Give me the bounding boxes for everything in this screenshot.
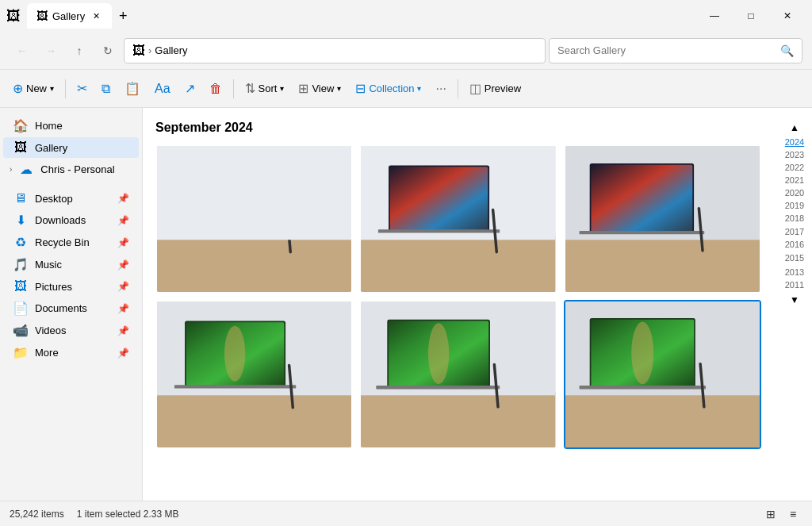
share-icon: ↗	[185, 81, 195, 96]
sidebar-downloads-label: Downloads	[35, 214, 86, 226]
view-button[interactable]: ⊞ View ▾	[292, 76, 347, 102]
photo-thumb-4	[157, 301, 351, 447]
copy-button[interactable]: ⧉	[95, 76, 117, 102]
documents-pin-icon: 📌	[117, 303, 129, 314]
sidebar-item-desktop[interactable]: 🖥 Desktop 📌	[3, 188, 139, 209]
downloads-pin-icon: 📌	[117, 215, 129, 226]
music-pin-icon: 📌	[117, 259, 129, 271]
maximize-button[interactable]: □	[733, 0, 769, 32]
sidebar-item-recycle-bin[interactable]: ♻ Recycle Bin 📌	[3, 232, 139, 253]
breadcrumb-icon: 🖼	[132, 44, 145, 58]
photo-item-1[interactable]	[155, 144, 353, 294]
sidebar-item-chris-personal[interactable]: › ☁ Chris - Personal	[3, 159, 139, 180]
cut-button[interactable]: ✂	[71, 76, 94, 102]
photo-item-2[interactable]	[359, 144, 557, 294]
section-title: September 2024	[155, 121, 799, 135]
delete-button[interactable]: 🗑	[203, 76, 228, 102]
year-2013[interactable]: 2013	[783, 266, 806, 278]
year-2018[interactable]: 2018	[783, 213, 806, 224]
year-2011[interactable]: 2011	[783, 278, 806, 291]
preview-icon: ◫	[469, 81, 481, 96]
sidebar-item-pictures[interactable]: 🖼 Pictures 📌	[3, 276, 139, 297]
photo-item-5[interactable]	[359, 300, 557, 449]
new-label: New	[26, 83, 47, 94]
search-box[interactable]: 🔍	[549, 38, 802, 63]
close-button[interactable]: ✕	[769, 0, 806, 32]
sidebar-documents-label: Documents	[35, 302, 87, 314]
sort-button[interactable]: ⇅ Sort ▾	[239, 76, 291, 102]
photo-item-3[interactable]	[564, 144, 761, 294]
list-view-button[interactable]: ≡	[783, 505, 802, 524]
paste-icon: 📋	[124, 81, 140, 96]
refresh-button[interactable]: ↻	[95, 38, 121, 63]
sidebar-item-more[interactable]: 📁 More 📌	[3, 342, 139, 363]
sidebar-item-documents[interactable]: 📄 Documents 📌	[3, 298, 139, 319]
photo-thumb-5	[361, 301, 555, 447]
year-2023[interactable]: 2023	[783, 149, 806, 160]
view-toggle: ⊞ ≡	[761, 505, 802, 524]
minimize-button[interactable]: —	[696, 0, 733, 32]
paste-button[interactable]: 📋	[118, 76, 147, 102]
items-count: 25,242 items	[10, 509, 64, 520]
year-2020[interactable]: 2020	[783, 187, 806, 198]
year-2017[interactable]: 2017	[783, 225, 806, 238]
more-icon: 📁	[13, 345, 29, 360]
sidebar-item-music[interactable]: 🎵 Music 📌	[3, 254, 139, 275]
sidebar-item-gallery[interactable]: 🖼 Gallery	[3, 137, 139, 158]
sidebar-item-videos[interactable]: 📹 Videos 📌	[3, 320, 139, 341]
new-icon: ⊕	[13, 81, 23, 96]
forward-button[interactable]: →	[38, 38, 63, 63]
sort-label: Sort	[259, 83, 278, 94]
sidebar: 🏠 Home 🖼 Gallery › ☁ Chris - Personal 🖥 …	[0, 108, 143, 501]
year-2021[interactable]: 2021	[783, 175, 806, 186]
photo-item-4[interactable]	[155, 300, 353, 449]
active-tab[interactable]: 🖼 Gallery ✕	[27, 3, 112, 29]
sidebar-item-downloads[interactable]: ⬇ Downloads 📌	[3, 209, 139, 231]
svg-rect-40	[565, 392, 760, 447]
svg-rect-17	[565, 236, 760, 292]
new-dropdown-icon: ▾	[50, 84, 54, 93]
tab-close-button[interactable]: ✕	[90, 10, 102, 22]
grid-view-button[interactable]: ⊞	[761, 505, 780, 524]
more-options-button[interactable]: ···	[429, 76, 452, 102]
year-2016[interactable]: 2016	[783, 238, 806, 251]
rename-button[interactable]: Aa	[148, 76, 177, 102]
timeline-up-arrow[interactable]: ▲	[788, 121, 801, 135]
search-icon: 🔍	[780, 44, 794, 57]
preview-button[interactable]: ◫ Preview	[463, 76, 527, 102]
toolbar-separator-3	[458, 79, 458, 98]
svg-rect-45	[579, 386, 705, 389]
pictures-icon: 🖼	[13, 279, 29, 294]
view-icon: ⊞	[298, 81, 308, 96]
home-icon: 🏠	[13, 118, 29, 133]
cloud-icon: ☁	[18, 162, 34, 177]
year-2022[interactable]: 2022	[783, 162, 806, 173]
photo-item-6[interactable]	[564, 300, 761, 449]
chris-expand-icon: ›	[10, 165, 12, 174]
year-2019[interactable]: 2019	[783, 200, 806, 211]
timeline-down-arrow[interactable]: ▼	[788, 293, 801, 307]
sidebar-item-home[interactable]: 🏠 Home	[3, 115, 139, 136]
collection-button[interactable]: ⊟ Collection ▾	[349, 76, 427, 102]
app-icon: 🖼	[6, 8, 21, 25]
breadcrumb-current: Gallery	[155, 44, 187, 56]
preview-label: Preview	[485, 83, 521, 94]
sort-dropdown-icon: ▾	[280, 84, 284, 93]
breadcrumb[interactable]: 🖼 › Gallery	[124, 38, 546, 63]
share-button[interactable]: ↗	[178, 76, 201, 102]
new-button[interactable]: ⊕ New ▾	[6, 76, 60, 102]
search-input[interactable]	[557, 44, 776, 56]
add-tab-button[interactable]: +	[112, 5, 134, 27]
year-2015[interactable]: 2015	[783, 251, 806, 264]
svg-rect-10	[361, 236, 555, 292]
sort-icon: ⇅	[245, 81, 255, 96]
sidebar-recycle-label: Recycle Bin	[35, 236, 90, 248]
collection-label: Collection	[369, 83, 414, 94]
year-2024[interactable]: 2024	[783, 136, 806, 148]
svg-point-28	[224, 326, 245, 382]
content-area: September 2024	[143, 108, 812, 501]
back-button[interactable]: ←	[10, 38, 35, 63]
sidebar-chris-label: Chris - Personal	[40, 163, 114, 175]
recycle-pin-icon: 📌	[117, 237, 129, 248]
up-button[interactable]: ↑	[67, 38, 92, 63]
